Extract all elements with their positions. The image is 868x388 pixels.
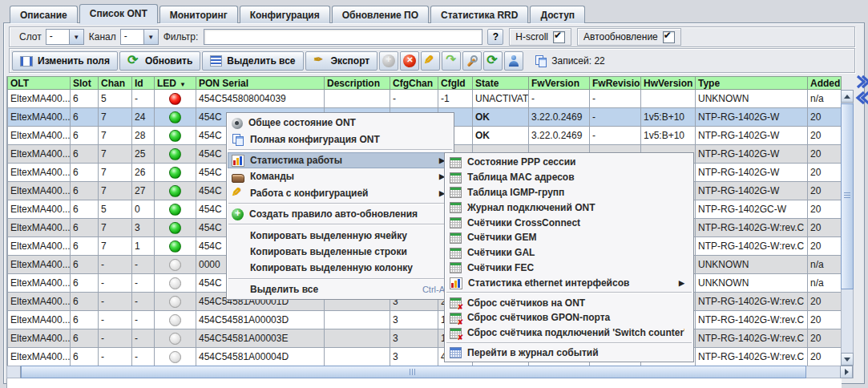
cell-serial[interactable]: 454C545808004039 — [196, 90, 325, 108]
cell-slot[interactable]: 6 — [71, 311, 99, 329]
help-button[interactable]: ? — [487, 29, 503, 45]
cell-serial[interactable]: 454C54581A00003D — [196, 311, 325, 329]
cell-id[interactable]: 0 — [132, 200, 155, 219]
cell-added[interactable]: 20 — [808, 182, 842, 200]
cell-added[interactable]: 20 — [808, 164, 842, 182]
table-row[interactable]: EltexMA400...6--454C54581A00003D31NTP-RG… — [8, 311, 842, 329]
cell-id[interactable]: - — [132, 274, 155, 293]
cell-led[interactable] — [155, 108, 196, 127]
column-header-id[interactable]: Id — [132, 77, 155, 90]
cell-chan[interactable]: - — [99, 311, 132, 329]
table-row[interactable]: EltexMA400...65-454C545808004039--1UNACT… — [8, 90, 842, 108]
submenu-item-8[interactable]: Статистика ethernet интерфейсов▶ — [446, 275, 692, 290]
toolbar-button-0[interactable]: Изменить поля — [12, 51, 118, 71]
refresh-all-button[interactable] — [483, 51, 503, 71]
cell-id[interactable]: 3 — [132, 219, 155, 237]
cell-olt[interactable]: EltexMA400... — [8, 219, 71, 237]
context-menu-item-4[interactable]: Команды▶ — [228, 168, 453, 184]
cell-olt[interactable]: EltexMA400... — [8, 311, 71, 329]
cell-added[interactable]: n/a — [808, 274, 842, 293]
user-button[interactable] — [504, 51, 523, 71]
splitter-collapse-control[interactable] — [855, 75, 868, 107]
cell-chan[interactable]: 5 — [99, 90, 132, 108]
column-header-led[interactable]: LED▼ — [155, 77, 196, 90]
cell-id[interactable]: - — [132, 90, 155, 108]
cell-type[interactable]: UNKNOWN — [696, 274, 808, 293]
cell-olt[interactable]: EltexMA400... — [8, 293, 71, 311]
submenu-item-6[interactable]: Счётчики GAL — [446, 245, 692, 261]
cell-state[interactable]: OK — [473, 108, 529, 127]
cell-id[interactable]: 26 — [132, 164, 155, 182]
cell-id[interactable]: - — [132, 348, 155, 366]
cell-type[interactable]: NTP-RG-1402G-W:rev.C — [696, 348, 808, 366]
autorefresh-checkbox[interactable] — [663, 31, 675, 43]
cell-led[interactable] — [155, 219, 196, 237]
submenu-item-1[interactable]: Таблица MAC адресов — [446, 170, 692, 185]
cell-fw[interactable]: - — [529, 90, 590, 108]
cell-led[interactable] — [155, 274, 196, 293]
cell-olt[interactable]: EltexMA400... — [8, 256, 71, 274]
cell-type[interactable]: NTP-RG-1402G-W — [696, 127, 808, 145]
cell-id[interactable]: 28 — [132, 127, 155, 145]
cell-led[interactable] — [155, 200, 196, 219]
submenu-item-2[interactable]: Таблица IGMP-групп — [446, 185, 692, 200]
cell-led[interactable] — [155, 145, 196, 164]
cell-id[interactable]: 27 — [132, 182, 155, 200]
tab-6[interactable]: Доступ — [530, 6, 585, 23]
cell-type[interactable]: NTP-RG-1402G-W — [696, 164, 808, 182]
cell-chan[interactable]: 7 — [99, 145, 132, 164]
cell-olt[interactable]: EltexMA400... — [8, 90, 71, 108]
cell-hw[interactable] — [641, 90, 696, 108]
cell-hw[interactable]: 1v5:B+10 — [641, 127, 696, 145]
cell-olt[interactable]: EltexMA400... — [8, 200, 71, 219]
cell-fwrev[interactable]: - — [590, 127, 641, 145]
filter-input[interactable] — [204, 29, 482, 45]
cell-chan[interactable]: 7 — [99, 219, 132, 237]
tab-1[interactable]: Список ONT — [79, 4, 158, 23]
cell-slot[interactable]: 6 — [71, 237, 99, 256]
tab-0[interactable]: Описание — [10, 6, 78, 23]
slot-combobox[interactable]: - ▼ — [46, 29, 84, 45]
cell-led[interactable] — [155, 329, 196, 348]
cell-type[interactable]: NTP-RG-1402G-W — [696, 108, 808, 127]
cell-cfgid[interactable]: -1 — [438, 90, 473, 108]
cell-id[interactable]: - — [132, 329, 155, 348]
cell-chan[interactable]: - — [99, 256, 132, 274]
double-chevron-icon[interactable] — [855, 75, 868, 107]
scroll-down-button[interactable] — [841, 353, 854, 366]
cell-state[interactable]: UNACTIVAT... — [473, 90, 529, 108]
cell-led[interactable] — [155, 164, 196, 182]
cell-chan[interactable]: - — [99, 348, 132, 366]
horizontal-scrollbar-thumb[interactable] — [21, 366, 806, 378]
cell-olt[interactable]: EltexMA400... — [8, 274, 71, 293]
column-header-pon-serial[interactable]: PON Serial — [196, 77, 325, 90]
submenu-item-11[interactable]: Сброс счётчиков GPON-порта — [446, 310, 692, 325]
cell-slot[interactable]: 6 — [71, 329, 99, 348]
cell-added[interactable]: n/a — [808, 90, 842, 108]
add-button[interactable] — [379, 51, 398, 71]
table-row[interactable]: EltexMA400...6--454C54581A00004D34NTP-RG… — [8, 348, 842, 366]
config-pages-icon[interactable] — [535, 55, 547, 67]
submenu-item-4[interactable]: Счётчики CrossConnect — [446, 215, 692, 230]
cell-slot[interactable]: 6 — [71, 90, 99, 108]
chevron-down-icon[interactable]: ▼ — [69, 30, 83, 44]
column-header-slot[interactable]: Slot — [71, 77, 99, 90]
cell-fw[interactable]: 3.22.0.2469 — [529, 108, 590, 127]
cell-cfgchan[interactable]: 3 — [390, 348, 438, 366]
tab-4[interactable]: Обновление ПО — [332, 6, 429, 23]
cell-led[interactable] — [155, 90, 196, 108]
redo-button[interactable] — [442, 51, 461, 71]
cell-desc[interactable] — [325, 90, 390, 108]
context-menu-item-9[interactable]: Копировать выделенную ячейку — [228, 227, 453, 243]
cell-type[interactable]: NTP-RG-1402G-W:rev.C — [696, 293, 808, 311]
cell-id[interactable]: 25 — [132, 145, 155, 164]
delete-button[interactable] — [400, 51, 419, 71]
tab-5[interactable]: Статистика RRD — [430, 6, 528, 23]
cell-fw[interactable]: 3.22.0.2469 — [529, 127, 590, 145]
cell-desc[interactable] — [325, 311, 390, 329]
cell-olt[interactable]: EltexMA400... — [8, 182, 71, 200]
cell-olt[interactable]: EltexMA400... — [8, 329, 71, 348]
cell-slot[interactable]: 6 — [71, 182, 99, 200]
cell-slot[interactable]: 6 — [71, 348, 99, 366]
table-row[interactable]: EltexMA400...6--454C54581A00003E31NTP-RG… — [8, 329, 842, 348]
